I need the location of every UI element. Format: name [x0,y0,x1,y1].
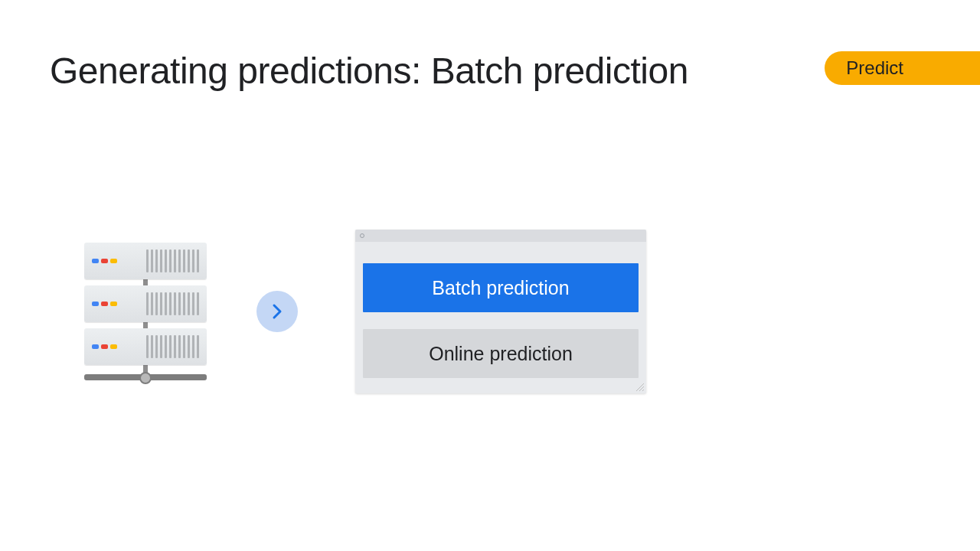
server-unit [84,243,207,279]
slide-title: Generating predictions: Batch prediction [50,50,688,92]
chevron-right-icon [256,291,298,332]
server-rack-icon [84,243,211,380]
diagram: Batch prediction Online prediction [84,230,646,393]
online-prediction-option[interactable]: Online prediction [363,329,639,378]
resize-handle-icon [635,382,644,391]
selection-window: Batch prediction Online prediction [355,230,646,393]
window-titlebar [355,230,646,242]
batch-prediction-option[interactable]: Batch prediction [363,263,639,312]
server-unit [84,328,207,365]
server-unit [84,285,207,322]
svg-line-2 [642,390,644,391]
window-control-icon [360,233,364,238]
stage-badge: Predict [825,51,980,85]
